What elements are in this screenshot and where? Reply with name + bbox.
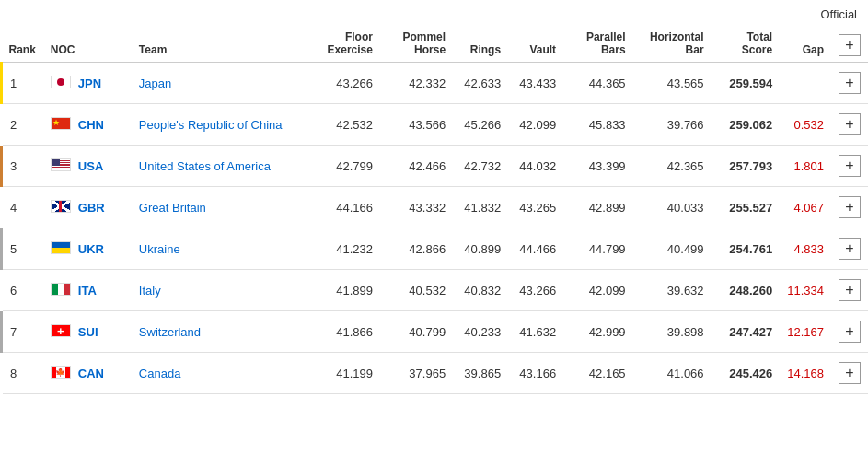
parallel-score: 45.833 bbox=[563, 104, 632, 146]
rank-cell: 3 bbox=[2, 146, 43, 187]
team-cell: Great Britain bbox=[132, 187, 307, 228]
expand-row-button[interactable]: + bbox=[839, 155, 861, 177]
pommel-score: 40.799 bbox=[380, 311, 453, 353]
noc-cell: CAN bbox=[43, 353, 132, 394]
ukr-flag bbox=[51, 241, 71, 254]
rank-cell: 1 bbox=[2, 63, 43, 104]
col-total: Total Score bbox=[712, 25, 781, 63]
floor-score: 41.899 bbox=[307, 270, 380, 311]
noc-code: USA bbox=[78, 159, 124, 173]
pommel-score: 43.332 bbox=[380, 187, 453, 228]
expand-cell: + bbox=[831, 353, 868, 394]
table-row: 6 ITA Italy 41.899 40.532 40.832 43.266 … bbox=[2, 270, 869, 311]
rings-score: 41.832 bbox=[453, 187, 508, 228]
noc-code: SUI bbox=[78, 325, 124, 339]
horizontal-score: 43.565 bbox=[633, 63, 712, 104]
rank-cell: 7 bbox=[2, 311, 43, 353]
col-vault: Vault bbox=[508, 25, 563, 63]
chn-flag bbox=[51, 117, 71, 130]
rings-score: 40.832 bbox=[453, 270, 508, 311]
col-noc: NOC bbox=[43, 25, 132, 63]
total-score: 245.426 bbox=[712, 353, 781, 394]
sui-flag bbox=[51, 324, 71, 337]
total-score: 254.761 bbox=[712, 228, 781, 270]
parallel-score: 42.165 bbox=[563, 353, 632, 394]
expand-cell: + bbox=[831, 187, 868, 228]
rank-cell: 4 bbox=[2, 187, 43, 228]
horizontal-score: 39.766 bbox=[633, 104, 712, 146]
expand-all-button[interactable]: + bbox=[839, 34, 861, 56]
total-score: 259.062 bbox=[712, 104, 781, 146]
horizontal-score: 39.898 bbox=[633, 311, 712, 353]
noc-cell: SUI bbox=[43, 311, 132, 353]
parallel-score: 44.365 bbox=[563, 63, 632, 104]
gap-cell: 4.833 bbox=[780, 228, 831, 270]
rings-score: 39.865 bbox=[453, 353, 508, 394]
parallel-score: 44.799 bbox=[563, 228, 632, 270]
vault-score: 43.265 bbox=[508, 187, 563, 228]
official-label: Official bbox=[0, 0, 868, 25]
usa-flag bbox=[51, 158, 71, 171]
expand-row-button[interactable]: + bbox=[839, 321, 861, 343]
gap-cell bbox=[780, 63, 831, 104]
floor-score: 41.199 bbox=[307, 353, 380, 394]
parallel-score: 42.999 bbox=[563, 311, 632, 353]
noc-cell: GBR bbox=[43, 187, 132, 228]
expand-row-button[interactable]: + bbox=[839, 279, 861, 301]
team-cell: United States of America bbox=[132, 146, 307, 187]
team-cell: Italy bbox=[132, 270, 307, 311]
rings-score: 40.899 bbox=[453, 228, 508, 270]
rings-score: 42.633 bbox=[453, 63, 508, 104]
noc-code: UKR bbox=[78, 242, 124, 256]
team-cell: Japan bbox=[132, 63, 307, 104]
col-horizontal: Horizontal Bar bbox=[633, 25, 712, 63]
can-flag bbox=[51, 366, 71, 379]
expand-cell: + bbox=[831, 311, 868, 353]
rings-score: 45.266 bbox=[453, 104, 508, 146]
gap-cell: 4.067 bbox=[780, 187, 831, 228]
gap-cell: 1.801 bbox=[780, 146, 831, 187]
noc-cell: CHN bbox=[43, 104, 132, 146]
total-score: 247.427 bbox=[712, 311, 781, 353]
ita-flag bbox=[51, 283, 71, 296]
total-score: 248.260 bbox=[712, 270, 781, 311]
expand-row-button[interactable]: + bbox=[839, 238, 861, 260]
vault-score: 43.166 bbox=[508, 353, 563, 394]
noc-code: ITA bbox=[78, 284, 124, 298]
col-gap: Gap bbox=[780, 25, 831, 63]
rank-cell: 6 bbox=[2, 270, 43, 311]
pommel-score: 40.532 bbox=[380, 270, 453, 311]
gap-cell: 14.168 bbox=[780, 353, 831, 394]
expand-row-button[interactable]: + bbox=[839, 196, 861, 218]
team-cell: Ukraine bbox=[132, 228, 307, 270]
floor-score: 44.166 bbox=[307, 187, 380, 228]
col-floor: Floor Exercise bbox=[307, 25, 380, 63]
horizontal-score: 41.066 bbox=[633, 353, 712, 394]
noc-code: GBR bbox=[78, 201, 124, 215]
floor-score: 43.266 bbox=[307, 63, 380, 104]
noc-cell: JPN bbox=[43, 63, 132, 104]
expand-cell: + bbox=[831, 63, 868, 104]
rings-score: 40.233 bbox=[453, 311, 508, 353]
vault-score: 42.099 bbox=[508, 104, 563, 146]
parallel-score: 43.399 bbox=[563, 146, 632, 187]
expand-cell: + bbox=[831, 146, 868, 187]
pommel-score: 43.566 bbox=[380, 104, 453, 146]
vault-score: 44.032 bbox=[508, 146, 563, 187]
table-row: 3 USA United States of America 42.799 42… bbox=[2, 146, 869, 187]
pommel-score: 42.466 bbox=[380, 146, 453, 187]
expand-row-button[interactable]: + bbox=[839, 72, 861, 94]
parallel-score: 42.099 bbox=[563, 270, 632, 311]
expand-row-button[interactable]: + bbox=[839, 113, 861, 135]
col-rings: Rings bbox=[453, 25, 508, 63]
col-expand: + bbox=[831, 25, 868, 63]
expand-row-button[interactable]: + bbox=[839, 362, 861, 384]
horizontal-score: 40.499 bbox=[633, 228, 712, 270]
table-row: 7 SUI Switzerland 41.866 40.799 40.233 4… bbox=[2, 311, 869, 353]
vault-score: 43.266 bbox=[508, 270, 563, 311]
col-parallel: Parallel Bars bbox=[563, 25, 632, 63]
table-row: 4 GBR Great Britain 44.166 43.332 41.832… bbox=[2, 187, 869, 228]
noc-cell: USA bbox=[43, 146, 132, 187]
expand-cell: + bbox=[831, 228, 868, 270]
jpn-flag bbox=[51, 76, 71, 88]
